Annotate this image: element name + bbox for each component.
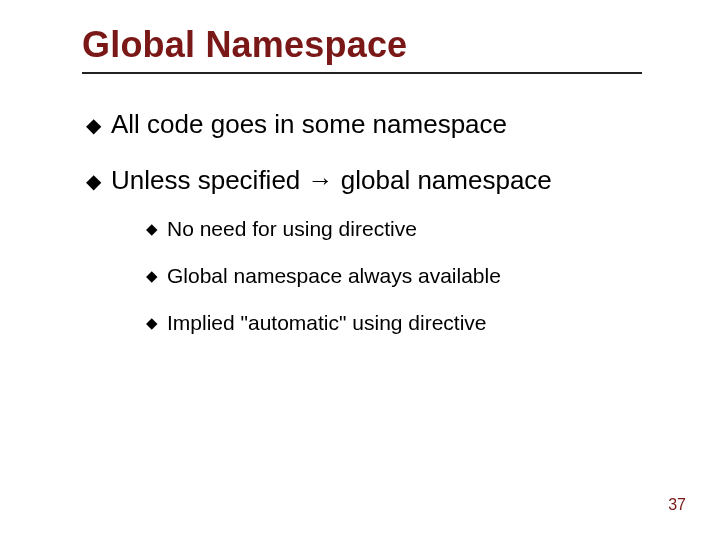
page-number: 37 [668, 496, 686, 514]
sub-bullets: ◆ No need for using directive ◆ Global n… [146, 216, 646, 336]
slide-title: Global Namespace [82, 24, 407, 66]
bullet-text-post: global namespace [334, 165, 552, 195]
bullet-text: Unless specified → global namespace [111, 166, 552, 196]
bullet-level2: ◆ No need for using directive [146, 216, 646, 241]
slide-body: ◆ All code goes in some namespace ◆ Unle… [86, 110, 646, 358]
sub-bullet-text: Global namespace always available [167, 263, 501, 288]
arrow-icon: → [308, 165, 334, 195]
bullet-level1: ◆ All code goes in some namespace [86, 110, 646, 140]
slide: Global Namespace ◆ All code goes in some… [0, 0, 720, 540]
sub-bullet-text: No need for using directive [167, 216, 417, 241]
bullet-level2: ◆ Implied "automatic" using directive [146, 310, 646, 335]
title-underline [82, 72, 642, 74]
bullet-text-pre: Unless specified [111, 165, 308, 195]
bullet-level2: ◆ Global namespace always available [146, 263, 646, 288]
bullet-level1: ◆ Unless specified → global namespace [86, 166, 646, 196]
sub-bullet-text: Implied "automatic" using directive [167, 310, 487, 335]
diamond-bullet-icon: ◆ [146, 263, 158, 288]
diamond-bullet-icon: ◆ [86, 166, 101, 196]
bullet-text: All code goes in some namespace [111, 110, 507, 140]
diamond-bullet-icon: ◆ [86, 110, 101, 140]
diamond-bullet-icon: ◆ [146, 310, 158, 335]
diamond-bullet-icon: ◆ [146, 216, 158, 241]
